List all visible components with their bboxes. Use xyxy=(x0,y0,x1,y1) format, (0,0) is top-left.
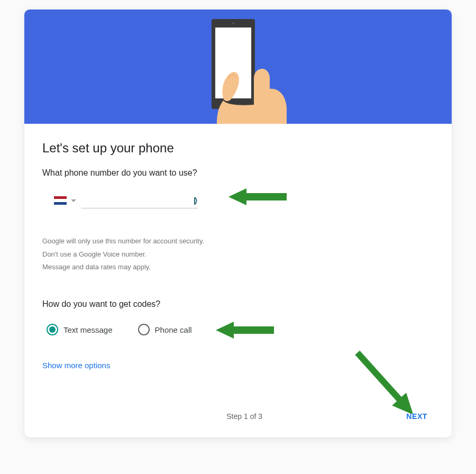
svg-marker-3 xyxy=(228,188,287,205)
radio-text-message[interactable]: Text message xyxy=(47,324,113,335)
phone-question: What phone number do you want to use? xyxy=(42,168,434,178)
note-line: Google will only use this number for acc… xyxy=(42,235,434,248)
setup-card: Let's set up your phone What phone numbe… xyxy=(24,10,452,437)
content-area: Let's set up your phone What phone numbe… xyxy=(24,124,452,437)
radio-phone-call[interactable]: Phone call xyxy=(138,324,192,335)
svg-marker-5 xyxy=(350,347,420,414)
hero-illustration xyxy=(24,10,452,124)
radio-icon xyxy=(47,324,58,335)
input-caret-icon: |⟩ xyxy=(194,196,196,205)
phone-input-row: |⟩ xyxy=(54,193,434,208)
note-line: Message and data rates may apply. xyxy=(42,261,434,274)
codes-question: How do you want to get codes? xyxy=(42,299,434,309)
annotation-arrow-radio xyxy=(216,317,274,343)
page-title: Let's set up your phone xyxy=(42,141,434,156)
radio-icon xyxy=(138,324,150,335)
phone-hand-illustration xyxy=(175,10,301,124)
svg-point-1 xyxy=(233,23,234,24)
chevron-down-icon xyxy=(71,199,76,202)
flag-icon xyxy=(54,196,67,205)
radio-label: Phone call xyxy=(155,325,192,334)
annotation-arrow-phone xyxy=(228,184,287,209)
notes-block: Google will only use this number for acc… xyxy=(42,235,434,274)
radio-label: Text message xyxy=(63,325,113,334)
country-selector[interactable] xyxy=(54,196,76,205)
note-line: Don't use a Google Voice number. xyxy=(42,248,434,261)
svg-marker-4 xyxy=(216,322,274,339)
phone-number-input[interactable] xyxy=(81,193,198,208)
annotation-arrow-next xyxy=(338,334,423,414)
code-delivery-options: Text message Phone call xyxy=(47,324,434,335)
